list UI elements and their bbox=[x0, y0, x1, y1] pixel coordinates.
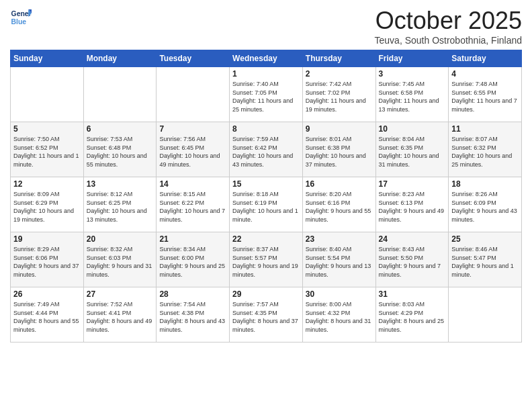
col-saturday: Saturday bbox=[449, 50, 522, 67]
day-number: 30 bbox=[306, 289, 373, 299]
day-info: Sunrise: 8:40 AM Sunset: 5:54 PM Dayligh… bbox=[306, 245, 373, 279]
calendar-cell: 22Sunrise: 8:37 AM Sunset: 5:57 PM Dayli… bbox=[230, 232, 303, 287]
subtitle: Teuva, South Ostrobothnia, Finland bbox=[375, 35, 522, 46]
col-wednesday: Wednesday bbox=[230, 50, 303, 67]
calendar-cell: 29Sunrise: 7:57 AM Sunset: 4:35 PM Dayli… bbox=[230, 287, 303, 342]
day-info: Sunrise: 8:01 AM Sunset: 6:38 PM Dayligh… bbox=[306, 135, 373, 169]
calendar-cell: 12Sunrise: 8:09 AM Sunset: 6:29 PM Dayli… bbox=[11, 177, 84, 232]
day-number: 5 bbox=[13, 124, 81, 134]
calendar-cell bbox=[157, 67, 230, 122]
calendar-cell: 8Sunrise: 7:59 AM Sunset: 6:42 PM Daylig… bbox=[230, 122, 303, 177]
calendar-week-row-1: 1Sunrise: 7:40 AM Sunset: 7:05 PM Daylig… bbox=[11, 67, 522, 122]
title-block: October 2025 Teuva, South Ostrobothnia, … bbox=[375, 7, 522, 46]
calendar-cell: 7Sunrise: 7:56 AM Sunset: 6:45 PM Daylig… bbox=[157, 122, 230, 177]
day-number: 25 bbox=[451, 234, 519, 244]
calendar-cell bbox=[11, 67, 84, 122]
day-info: Sunrise: 8:34 AM Sunset: 6:00 PM Dayligh… bbox=[159, 245, 226, 279]
day-info: Sunrise: 8:20 AM Sunset: 6:16 PM Dayligh… bbox=[306, 190, 373, 224]
day-info: Sunrise: 7:56 AM Sunset: 6:45 PM Dayligh… bbox=[159, 135, 226, 169]
logo-icon: General Blue bbox=[10, 7, 32, 28]
calendar-cell: 28Sunrise: 7:54 AM Sunset: 4:38 PM Dayli… bbox=[157, 287, 230, 342]
col-sunday: Sunday bbox=[11, 50, 84, 67]
day-info: Sunrise: 8:29 AM Sunset: 6:06 PM Dayligh… bbox=[13, 245, 81, 279]
header: General Blue October 2025 Teuva, South O… bbox=[10, 7, 522, 46]
day-number: 7 bbox=[159, 124, 226, 134]
day-info: Sunrise: 7:49 AM Sunset: 4:44 PM Dayligh… bbox=[13, 300, 81, 334]
calendar-week-row-5: 26Sunrise: 7:49 AM Sunset: 4:44 PM Dayli… bbox=[11, 287, 522, 342]
calendar-cell: 5Sunrise: 7:50 AM Sunset: 6:52 PM Daylig… bbox=[11, 122, 84, 177]
calendar-header-row: Sunday Monday Tuesday Wednesday Thursday… bbox=[11, 50, 522, 67]
day-number: 16 bbox=[306, 179, 373, 189]
calendar-week-row-4: 19Sunrise: 8:29 AM Sunset: 6:06 PM Dayli… bbox=[11, 232, 522, 287]
calendar-cell: 3Sunrise: 7:45 AM Sunset: 6:58 PM Daylig… bbox=[375, 67, 449, 122]
calendar-cell: 20Sunrise: 8:32 AM Sunset: 6:03 PM Dayli… bbox=[83, 232, 157, 287]
day-info: Sunrise: 8:07 AM Sunset: 6:32 PM Dayligh… bbox=[451, 135, 519, 169]
calendar-cell: 24Sunrise: 8:43 AM Sunset: 5:50 PM Dayli… bbox=[375, 232, 449, 287]
day-number: 31 bbox=[379, 289, 446, 299]
day-number: 17 bbox=[379, 179, 446, 189]
day-number: 10 bbox=[379, 124, 446, 134]
calendar-cell: 27Sunrise: 7:52 AM Sunset: 4:41 PM Dayli… bbox=[83, 287, 157, 342]
day-info: Sunrise: 8:09 AM Sunset: 6:29 PM Dayligh… bbox=[13, 190, 81, 224]
day-number: 12 bbox=[13, 179, 81, 189]
day-info: Sunrise: 7:53 AM Sunset: 6:48 PM Dayligh… bbox=[87, 135, 154, 169]
day-info: Sunrise: 8:43 AM Sunset: 5:50 PM Dayligh… bbox=[379, 245, 446, 279]
day-info: Sunrise: 8:12 AM Sunset: 6:25 PM Dayligh… bbox=[87, 190, 154, 224]
logo: General Blue bbox=[10, 7, 32, 28]
calendar-cell: 6Sunrise: 7:53 AM Sunset: 6:48 PM Daylig… bbox=[83, 122, 157, 177]
calendar-cell: 11Sunrise: 8:07 AM Sunset: 6:32 PM Dayli… bbox=[449, 122, 522, 177]
calendar-table: Sunday Monday Tuesday Wednesday Thursday… bbox=[10, 50, 522, 342]
calendar-week-row-3: 12Sunrise: 8:09 AM Sunset: 6:29 PM Dayli… bbox=[11, 177, 522, 232]
calendar-cell: 19Sunrise: 8:29 AM Sunset: 6:06 PM Dayli… bbox=[11, 232, 84, 287]
day-number: 4 bbox=[451, 69, 519, 79]
day-number: 29 bbox=[232, 289, 300, 299]
day-info: Sunrise: 8:04 AM Sunset: 6:35 PM Dayligh… bbox=[379, 135, 446, 169]
day-number: 22 bbox=[232, 234, 300, 244]
day-info: Sunrise: 7:40 AM Sunset: 7:05 PM Dayligh… bbox=[232, 80, 300, 113]
page-container: General Blue October 2025 Teuva, South O… bbox=[0, 0, 532, 411]
day-number: 28 bbox=[159, 289, 226, 299]
calendar-cell: 10Sunrise: 8:04 AM Sunset: 6:35 PM Dayli… bbox=[375, 122, 449, 177]
day-info: Sunrise: 7:50 AM Sunset: 6:52 PM Dayligh… bbox=[13, 135, 81, 169]
day-info: Sunrise: 8:37 AM Sunset: 5:57 PM Dayligh… bbox=[232, 245, 300, 279]
day-number: 21 bbox=[159, 234, 226, 244]
calendar-cell: 9Sunrise: 8:01 AM Sunset: 6:38 PM Daylig… bbox=[302, 122, 375, 177]
day-info: Sunrise: 8:26 AM Sunset: 6:09 PM Dayligh… bbox=[451, 190, 519, 224]
calendar-cell: 13Sunrise: 8:12 AM Sunset: 6:25 PM Dayli… bbox=[83, 177, 157, 232]
calendar-cell: 17Sunrise: 8:23 AM Sunset: 6:13 PM Dayli… bbox=[375, 177, 449, 232]
calendar-cell bbox=[449, 287, 522, 342]
calendar-cell: 16Sunrise: 8:20 AM Sunset: 6:16 PM Dayli… bbox=[302, 177, 375, 232]
day-info: Sunrise: 7:45 AM Sunset: 6:58 PM Dayligh… bbox=[379, 80, 446, 113]
day-info: Sunrise: 8:23 AM Sunset: 6:13 PM Dayligh… bbox=[379, 190, 446, 224]
day-number: 18 bbox=[451, 179, 519, 189]
day-number: 8 bbox=[232, 124, 300, 134]
day-info: Sunrise: 8:15 AM Sunset: 6:22 PM Dayligh… bbox=[159, 190, 226, 224]
col-thursday: Thursday bbox=[302, 50, 375, 67]
calendar-cell: 15Sunrise: 8:18 AM Sunset: 6:19 PM Dayli… bbox=[230, 177, 303, 232]
calendar-cell: 4Sunrise: 7:48 AM Sunset: 6:55 PM Daylig… bbox=[449, 67, 522, 122]
day-number: 6 bbox=[87, 124, 154, 134]
calendar-cell: 31Sunrise: 8:03 AM Sunset: 4:29 PM Dayli… bbox=[375, 287, 449, 342]
calendar-cell: 21Sunrise: 8:34 AM Sunset: 6:00 PM Dayli… bbox=[157, 232, 230, 287]
calendar-cell: 2Sunrise: 7:42 AM Sunset: 7:02 PM Daylig… bbox=[302, 67, 375, 122]
calendar-cell: 1Sunrise: 7:40 AM Sunset: 7:05 PM Daylig… bbox=[230, 67, 303, 122]
day-info: Sunrise: 7:54 AM Sunset: 4:38 PM Dayligh… bbox=[159, 300, 226, 334]
calendar-cell bbox=[83, 67, 157, 122]
day-number: 9 bbox=[306, 124, 373, 134]
day-number: 1 bbox=[232, 69, 300, 79]
day-info: Sunrise: 7:59 AM Sunset: 6:42 PM Dayligh… bbox=[232, 135, 300, 169]
day-info: Sunrise: 7:42 AM Sunset: 7:02 PM Dayligh… bbox=[306, 80, 373, 113]
day-info: Sunrise: 8:32 AM Sunset: 6:03 PM Dayligh… bbox=[87, 245, 154, 279]
day-number: 13 bbox=[87, 179, 154, 189]
calendar-cell: 18Sunrise: 8:26 AM Sunset: 6:09 PM Dayli… bbox=[449, 177, 522, 232]
col-friday: Friday bbox=[375, 50, 449, 67]
day-info: Sunrise: 8:18 AM Sunset: 6:19 PM Dayligh… bbox=[232, 190, 300, 224]
day-number: 27 bbox=[87, 289, 154, 299]
day-info: Sunrise: 7:48 AM Sunset: 6:55 PM Dayligh… bbox=[451, 80, 519, 113]
calendar-week-row-2: 5Sunrise: 7:50 AM Sunset: 6:52 PM Daylig… bbox=[11, 122, 522, 177]
calendar-cell: 30Sunrise: 8:00 AM Sunset: 4:32 PM Dayli… bbox=[302, 287, 375, 342]
calendar-cell: 25Sunrise: 8:46 AM Sunset: 5:47 PM Dayli… bbox=[449, 232, 522, 287]
day-number: 3 bbox=[379, 69, 446, 79]
svg-text:Blue: Blue bbox=[11, 18, 27, 26]
day-info: Sunrise: 8:03 AM Sunset: 4:29 PM Dayligh… bbox=[379, 300, 446, 334]
